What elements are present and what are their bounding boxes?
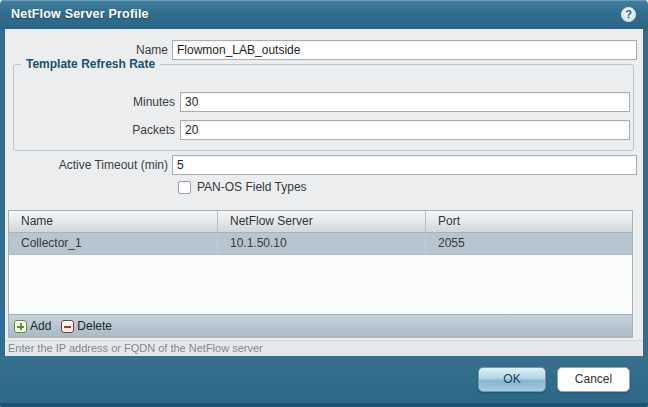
cell-netflow-server: 10.1.50.10 bbox=[218, 233, 426, 254]
table-toolbar: Add Delete bbox=[9, 314, 632, 337]
add-button-label: Add bbox=[30, 319, 51, 333]
table-empty-area bbox=[9, 255, 632, 314]
cell-name: Collector_1 bbox=[9, 233, 218, 254]
active-timeout-input[interactable] bbox=[172, 155, 637, 175]
dialog-titlebar: NetFlow Server Profile ? bbox=[0, 0, 648, 29]
dialog-footer: OK Cancel bbox=[0, 356, 648, 407]
add-plus-icon bbox=[14, 320, 27, 333]
column-header-port[interactable]: Port bbox=[426, 211, 632, 232]
ok-button[interactable]: OK bbox=[478, 367, 546, 392]
help-icon[interactable]: ? bbox=[621, 7, 636, 22]
delete-minus-icon bbox=[61, 320, 74, 333]
cancel-button[interactable]: Cancel bbox=[557, 367, 630, 392]
status-hint-text: Enter the IP address or FQDN of the NetF… bbox=[5, 340, 643, 356]
delete-button-label: Delete bbox=[77, 319, 112, 333]
panos-field-types-checkbox[interactable] bbox=[178, 181, 191, 194]
column-header-netflow-server[interactable]: NetFlow Server bbox=[218, 211, 426, 232]
template-refresh-rate-legend: Template Refresh Rate bbox=[21, 57, 160, 71]
minutes-input[interactable] bbox=[180, 92, 630, 112]
minutes-label: Minutes bbox=[60, 92, 175, 112]
table-header-row: Name NetFlow Server Port bbox=[9, 211, 632, 233]
delete-button[interactable]: Delete bbox=[61, 319, 112, 333]
active-timeout-label: Active Timeout (min) bbox=[10, 155, 168, 175]
column-header-name[interactable]: Name bbox=[9, 211, 218, 232]
packets-label: Packets bbox=[60, 120, 175, 140]
netflow-servers-table: Name NetFlow Server Port Collector_1 10.… bbox=[8, 210, 633, 338]
panos-field-types-label: PAN-OS Field Types bbox=[197, 181, 307, 194]
table-row-collector-1[interactable]: Collector_1 10.1.50.10 2055 bbox=[9, 233, 632, 255]
name-input[interactable] bbox=[172, 40, 637, 60]
cell-port: 2055 bbox=[426, 233, 632, 254]
dialog-title: NetFlow Server Profile bbox=[11, 0, 149, 29]
packets-input[interactable] bbox=[180, 120, 630, 140]
netflow-server-profile-dialog: NetFlow Server Profile ? Name Template R… bbox=[0, 0, 648, 407]
add-button[interactable]: Add bbox=[14, 319, 51, 333]
